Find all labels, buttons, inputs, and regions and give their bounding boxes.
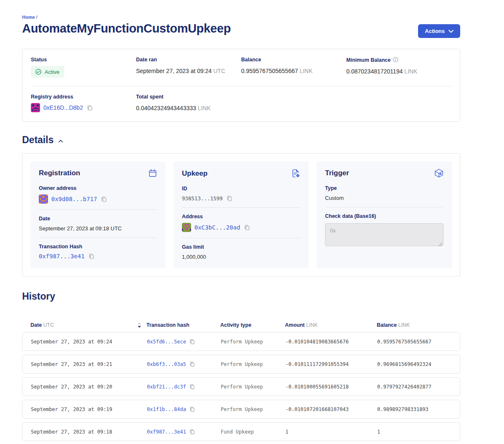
row-hash-link[interactable]: 0xb6f3...03a5 (147, 361, 186, 367)
actions-button-label: Actions (425, 28, 445, 34)
table-row: September 27, 2023 at 09:24 0x5fd6...5ec… (22, 332, 460, 351)
upkeep-address-label: Address (182, 214, 300, 219)
table-row: September 27, 2023 at 09:19 0x1f1b...84d… (22, 400, 460, 419)
check-data-label: Check data (Base16) (325, 213, 444, 219)
info-icon[interactable] (393, 57, 398, 63)
upkeep-address-link[interactable]: 0xC3bC...20ad (194, 224, 240, 231)
balance-suffix: LINK (300, 68, 312, 74)
copy-icon[interactable] (226, 195, 233, 202)
column-header-hash: Transaction hash (146, 322, 220, 328)
registry-address-link[interactable]: 0xE16D...D8b2 (43, 104, 83, 111)
row-hash-link[interactable]: 0xbf21...dc3f (147, 384, 186, 390)
row-amount: -0.010107201668107043 (285, 406, 377, 412)
total-spent-label: Total spent (136, 94, 241, 100)
upkeep-id-value: 938513...1599 (182, 195, 223, 202)
chevron-down-icon (449, 30, 454, 33)
check-data-textarea[interactable] (325, 223, 444, 246)
table-row: September 27, 2023 at 09:18 0xf987...3e4… (22, 422, 460, 441)
copy-icon[interactable] (244, 224, 250, 231)
row-date: September 27, 2023 at 09:20 (31, 384, 147, 390)
copy-icon[interactable] (101, 196, 107, 202)
copy-icon[interactable] (189, 429, 195, 435)
row-hash-link[interactable]: 0xf987...3e41 (147, 429, 186, 435)
check-data-field: Check data (Base16) (325, 207, 444, 248)
table-row: September 27, 2023 at 09:20 0xbf21...dc3… (22, 377, 460, 396)
min-balance-field: Minimum Balance 0.0870234817201194 LINK (346, 57, 451, 78)
copy-icon[interactable] (189, 383, 195, 390)
min-balance-suffix: LINK (404, 68, 417, 75)
status-label: Status (31, 57, 136, 63)
date-ran-value: September 27, 2023 at 09:24 (136, 68, 212, 74)
copy-icon[interactable] (189, 361, 195, 367)
breadcrumb-separator: / (36, 15, 38, 20)
row-activity: Perform Upkeep (221, 384, 285, 390)
column-header-balance: Balance LINK (377, 322, 452, 328)
column-header-amount: Amount LINK (285, 322, 377, 328)
registry-avatar (31, 103, 40, 112)
file-gear-icon (291, 169, 300, 178)
row-date: September 27, 2023 at 09:24 (31, 339, 147, 345)
row-activity: Perform Upkeep (221, 361, 285, 367)
row-balance: 0.989892798331893 (377, 406, 451, 412)
registration-date-value: September 27, 2023 at 09:18 UTC (39, 225, 157, 232)
trigger-type-field: Type Custom (325, 184, 444, 207)
upkeep-title: Upkeep (182, 169, 207, 178)
copy-icon[interactable] (86, 104, 93, 111)
cube-icon (434, 169, 444, 178)
date-ran-field: Date ran September 27, 2023 at 09:24 UTC (136, 57, 241, 78)
transaction-hash-label: Transaction Hash (39, 244, 157, 250)
page-title: AutomateMyFunctionCustomUpkeep (22, 22, 231, 35)
row-hash-link[interactable]: 0x5fd6...5ece (147, 339, 186, 345)
row-balance: 0.9696815696492324 (377, 361, 451, 367)
row-amount: -0.010111172991055394 (285, 361, 377, 367)
date-column-label: Date (30, 322, 42, 328)
trigger-type-value: Custom (325, 195, 444, 201)
min-balance-label: Minimum Balance (346, 57, 391, 63)
date-column-suffix: UTC (43, 322, 54, 328)
status-field: Status Active (31, 57, 136, 78)
balance-field: Balance 0.9595767505655667 LINK (241, 57, 346, 78)
date-ran-label: Date ran (136, 57, 241, 63)
history-table-header: Date UTC Transaction hash Activity type … (22, 318, 460, 332)
trigger-type-label: Type (325, 185, 444, 191)
details-heading: Details (22, 134, 53, 146)
gas-limit-label: Gas limit (182, 244, 300, 250)
row-amount: -0.010100055691605218 (285, 384, 377, 390)
row-amount: -0.010104819083665676 (285, 339, 377, 345)
date-ran-suffix: UTC (213, 68, 225, 74)
copy-icon[interactable] (189, 338, 195, 345)
row-activity: Perform Upkeep (221, 339, 285, 345)
row-date: September 27, 2023 at 09:19 (31, 406, 147, 412)
row-activity: Fund Upkeep (221, 429, 285, 435)
status-value: Active (45, 69, 59, 75)
upkeep-detail-page: Home/ AutomateMyFunctionCustomUpkeep Act… (22, 0, 460, 444)
details-collapse-chevron-icon[interactable] (58, 139, 64, 144)
actions-button[interactable]: Actions (418, 24, 460, 38)
row-balance: 1 (377, 429, 451, 435)
total-spent-field: Total spent 0.04042324943443333 LINK (136, 94, 241, 112)
copy-icon[interactable] (88, 253, 95, 260)
row-date: September 27, 2023 at 09:18 (31, 429, 147, 435)
row-balance: 0.9595767505655667 (377, 339, 451, 345)
upkeep-card: Upkeep ID 938513...1599 Address (174, 161, 309, 268)
history-table-body: September 27, 2023 at 09:24 0x5fd6...5ec… (22, 332, 460, 441)
registration-date-label: Date (39, 216, 157, 222)
trigger-title: Trigger (325, 169, 349, 177)
sort-icon[interactable] (137, 322, 141, 328)
summary-divider (31, 86, 451, 86)
owner-avatar (39, 194, 48, 204)
registration-title: Registration (39, 169, 80, 177)
column-header-date[interactable]: Date UTC (30, 322, 146, 328)
breadcrumb-home-link[interactable]: Home (22, 15, 35, 20)
total-spent-suffix: LINK (198, 105, 211, 111)
upkeep-address-field: Address 0xC3bC...20ad (182, 207, 300, 238)
balance-value: 0.9595767505655667 (241, 68, 298, 74)
upkeep-address-avatar (182, 223, 191, 232)
transaction-hash-link[interactable]: 0xf987...3e41 (39, 253, 85, 260)
owner-address-link[interactable]: 0x9d08...b717 (51, 196, 97, 202)
row-hash-link[interactable]: 0x1f1b...84da (147, 406, 186, 412)
calendar-icon (148, 169, 157, 178)
gas-limit-field: Gas limit 1,000,000 (182, 238, 300, 260)
owner-address-label: Owner address (39, 185, 157, 191)
copy-icon[interactable] (189, 406, 195, 412)
